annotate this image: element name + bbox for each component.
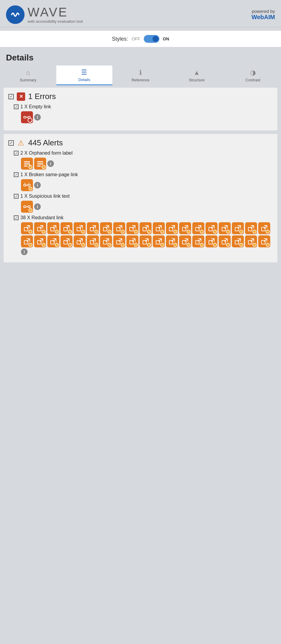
redundant-link-icon-28[interactable]: ! xyxy=(126,235,138,247)
redundant-link-icon-18[interactable]: ! xyxy=(245,222,257,234)
empty-link-icon-1[interactable]: ✕ xyxy=(21,111,33,123)
alerts-section: ⚠ 445 Alerts 2 X Orphaned form label ! xyxy=(4,134,277,262)
tab-reference[interactable]: ℹ Reference xyxy=(112,66,169,85)
redundant-link-icon-23[interactable]: ! xyxy=(61,235,72,247)
tab-reference-label: Reference xyxy=(132,78,149,82)
redundant-link-icon-20[interactable]: ! xyxy=(21,235,33,247)
svg-rect-11 xyxy=(24,184,26,186)
redundant-link-icon-8[interactable]: ! xyxy=(113,222,125,234)
orphaned-form-label-title: 2 X Orphaned form label xyxy=(20,150,72,156)
redundant-link-checkbox[interactable] xyxy=(14,215,19,220)
styles-bar: Styles: OFF ON xyxy=(0,31,281,47)
styles-toggle[interactable] xyxy=(144,35,159,43)
redundant-link-icon-32[interactable]: ! xyxy=(179,235,191,247)
tab-contrast[interactable]: ◑ Contrast xyxy=(225,66,281,85)
orphaned-form-label-icons: ! ! ! i xyxy=(21,158,273,170)
redundant-link-icon-7[interactable]: ! xyxy=(100,222,112,234)
redundant-link-icon-17[interactable]: ! xyxy=(232,222,244,234)
wave-logo-circle xyxy=(6,5,25,24)
redundant-link-icon-12[interactable]: ! xyxy=(166,222,178,234)
errors-header: ✕ 1 Errors xyxy=(8,92,273,101)
redundant-link-icon-22[interactable]: ! xyxy=(47,235,59,247)
orphaned-form-icon-2[interactable]: ! xyxy=(34,158,46,170)
redundant-link-icon-24[interactable]: ! xyxy=(74,235,86,247)
broken-same-page-link-title: 1 X Broken same-page link xyxy=(20,172,78,177)
redundant-link-icon-3[interactable]: ! xyxy=(47,222,59,234)
svg-rect-16 xyxy=(24,206,26,208)
tab-details[interactable]: ☰ Details xyxy=(56,66,113,85)
suspicious-link-text-info-icon[interactable]: i xyxy=(34,203,41,210)
redundant-link-icon-21[interactable]: ! xyxy=(34,235,46,247)
tab-bar: ⌂ Summary ☰ Details ℹ Reference ▲ Struct… xyxy=(0,66,281,85)
empty-link-title: 1 X Empty link xyxy=(20,104,51,109)
redundant-link-icon-13[interactable]: ! xyxy=(179,222,191,234)
redundant-link-icon-14[interactable]: ! xyxy=(192,222,204,234)
redundant-link-icon-34[interactable]: ! xyxy=(206,235,217,247)
broken-same-page-link-checkbox[interactable] xyxy=(14,172,19,177)
svg-rect-9 xyxy=(37,163,43,165)
redundant-link-icon-2[interactable]: ! xyxy=(34,222,46,234)
powered-by-text: powered by xyxy=(252,9,275,14)
svg-line-15 xyxy=(28,183,29,184)
suspicious-link-icon-1[interactable]: ! xyxy=(21,201,33,213)
redundant-link-icon-36[interactable]: ! xyxy=(232,235,244,247)
tab-summary-label: Summary xyxy=(20,78,37,82)
logo-text: WAVE web accessibility evaluation tool xyxy=(28,6,83,24)
redundant-link-icon-31[interactable]: ! xyxy=(166,235,178,247)
redundant-link-icon-25[interactable]: ! xyxy=(87,235,99,247)
orphaned-form-label-info-icon[interactable]: i xyxy=(47,160,54,167)
redundant-link-icon-27[interactable]: ! xyxy=(113,235,125,247)
svg-rect-4 xyxy=(24,163,30,165)
broken-same-page-link-info-icon[interactable]: i xyxy=(34,182,41,188)
broken-same-page-icon-1[interactable]: ! xyxy=(21,179,33,191)
svg-rect-5 xyxy=(24,165,28,167)
alerts-checkbox[interactable] xyxy=(8,140,14,146)
empty-link-info-icon[interactable]: i xyxy=(34,114,41,121)
tab-summary[interactable]: ⌂ Summary xyxy=(0,66,56,85)
main-content: ✕ 1 Errors 1 X Empty link ✕ xyxy=(0,85,281,268)
redundant-link-icon-9[interactable]: ! xyxy=(126,222,138,234)
svg-line-14 xyxy=(25,183,25,184)
redundant-link-icon-35[interactable]: ! xyxy=(219,235,231,247)
redundant-link-icon-10[interactable]: ! xyxy=(140,222,152,234)
redundant-link-icon-19[interactable]: ! xyxy=(258,222,270,234)
orphaned-form-label-header: 2 X Orphaned form label xyxy=(14,150,273,156)
svg-rect-17 xyxy=(28,206,30,208)
orphaned-form-label-checkbox[interactable] xyxy=(14,151,19,156)
suspicious-link-text-checkbox[interactable] xyxy=(14,194,19,199)
suspicious-link-text-title: 1 X Suspicious link text xyxy=(20,194,70,199)
logo-wave-text: WAVE xyxy=(28,6,83,19)
redundant-link-icon-26[interactable]: ! xyxy=(100,235,112,247)
orphaned-form-icon-1[interactable]: ! ! xyxy=(21,158,33,170)
redundant-link-info-icon[interactable]: i xyxy=(21,249,28,255)
redundant-link-icon-38[interactable]: ! xyxy=(258,235,270,247)
redundant-link-item: 38 X Redundant link ! ! ! xyxy=(14,215,273,255)
redundant-link-icon-33[interactable]: ! xyxy=(192,235,204,247)
tab-structure[interactable]: ▲ Structure xyxy=(169,66,225,85)
contrast-icon: ◑ xyxy=(250,69,256,77)
redundant-link-icon-30[interactable]: ! xyxy=(153,235,165,247)
page-title: Details xyxy=(0,51,281,66)
webaim-link[interactable]: WebAIM xyxy=(251,14,275,21)
redundant-link-icon-5[interactable]: ! xyxy=(74,222,86,234)
redundant-link-icon-6[interactable]: ! xyxy=(87,222,99,234)
empty-link-item: 1 X Empty link ✕ i xyxy=(14,104,273,123)
errors-checkbox[interactable] xyxy=(8,94,14,99)
svg-rect-0 xyxy=(24,116,26,118)
home-icon: ⌂ xyxy=(26,69,30,77)
suspicious-link-text-icons: ! i xyxy=(21,201,273,213)
redundant-link-icon-4[interactable]: ! xyxy=(61,222,72,234)
empty-link-checkbox[interactable] xyxy=(14,104,19,109)
redundant-link-icon-16[interactable]: ! xyxy=(219,222,231,234)
svg-rect-3 xyxy=(24,161,30,162)
redundant-link-icon-1[interactable]: ! xyxy=(21,222,33,234)
redundant-link-icon-11[interactable]: ! xyxy=(153,222,165,234)
redundant-link-icon-37[interactable]: ! xyxy=(245,235,257,247)
alert-badge-icon: ⚠ xyxy=(17,139,25,147)
tab-details-label: Details xyxy=(78,77,90,82)
logo-subtitle: web accessibility evaluation tool xyxy=(28,19,83,24)
alerts-header: ⚠ 445 Alerts xyxy=(8,138,273,147)
redundant-link-icon-29[interactable]: ! xyxy=(140,235,152,247)
redundant-link-icon-15[interactable]: ! xyxy=(206,222,217,234)
tab-structure-label: Structure xyxy=(189,78,205,82)
